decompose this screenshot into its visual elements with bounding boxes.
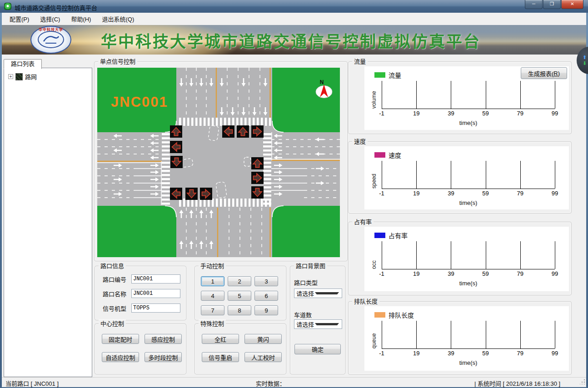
volume-ylabel: volume (371, 81, 377, 109)
axis-gridline (416, 81, 417, 109)
queue-axis: -11939597999 (382, 321, 555, 349)
junction-label: JNC001 (111, 94, 168, 110)
signal-left-icon (170, 188, 182, 200)
signal-down-icon (185, 188, 198, 200)
signal-down-icon (170, 156, 183, 168)
close-button[interactable]: ✕ (561, 0, 583, 9)
queue-chart-group: 排队长度 排队长度 queue -11939597999 time(s) (348, 301, 572, 375)
axis-gridline (555, 321, 555, 348)
signal-left-icon (170, 141, 182, 153)
status-current-junction: 当前路口 [ JNC001 ] (5, 379, 59, 388)
occupancy-xlabel: time(s) (382, 280, 555, 287)
axis-gridline (451, 161, 451, 189)
axis-gridline (520, 161, 521, 189)
axis-tick-label: -1 (379, 350, 384, 357)
axis-tick-label: 39 (448, 190, 454, 197)
manual-time-sync-button[interactable]: 人工校时 (244, 352, 282, 362)
axis-tick-label: 99 (552, 270, 558, 277)
tab-junction-list[interactable]: 路口列表 (4, 59, 42, 69)
controller-type-input[interactable] (131, 303, 180, 313)
queue-legend-swatch (374, 312, 385, 318)
occupancy-legend-swatch (374, 233, 385, 238)
junction-type-select[interactable]: 请选择 (294, 289, 342, 298)
network-map-icon (15, 73, 23, 80)
phase-button-1[interactable]: 1 (201, 276, 224, 286)
phase-button-6[interactable]: 6 (254, 291, 278, 301)
menu-select[interactable]: 选择(C) (35, 13, 65, 25)
axis-tick-label: 39 (448, 270, 454, 277)
yellow-flash-button[interactable]: 黄闪 (244, 334, 282, 344)
maximize-button[interactable]: ❐ (543, 0, 561, 9)
junction-info-group: 路口信息 路口编号 路口名称 信号机型 (95, 266, 186, 320)
axis-tick-label: 99 (552, 110, 558, 117)
queue-ylabel: queue (371, 321, 377, 348)
axis-tick-label: 99 (552, 190, 558, 197)
phase-button-5[interactable]: 5 (228, 291, 251, 301)
lane-count-select[interactable]: 请选择 (294, 319, 342, 329)
window-border-left (0, 13, 2, 388)
menu-exit[interactable]: 退出系统(Q) (97, 13, 139, 25)
speed-axis: -11939597999 (382, 161, 555, 189)
volume-xlabel: time(s) (382, 119, 555, 126)
status-bar: 当前路口 [ JNC001 ] 实时数据： | 系统时间 [ 2021/6/18… (2, 377, 586, 387)
phase-button-8[interactable]: 8 (228, 305, 251, 315)
speed-legend-label: 速度 (389, 150, 401, 159)
signal-restart-button[interactable]: 信号重启 (202, 352, 239, 362)
background-group-title: 路口背景图 (294, 262, 327, 270)
axis-gridline (486, 321, 486, 348)
tree-expander-icon[interactable]: + (8, 74, 13, 79)
fixed-timing-button[interactable]: 固定配时 (102, 334, 139, 344)
phase-button-3[interactable]: 3 (254, 276, 278, 286)
speed-chart-group: 速度 速度 speed -11939597999 time(s) (348, 141, 572, 214)
axis-tick-label: 19 (413, 190, 419, 197)
app-window: 城市道路交通信号控制仿真平台 ─ ❐ ✕ 配置(P) 选择(C) 帮助(H) 退… (0, 0, 588, 388)
actuated-control-button[interactable]: 感应控制 (145, 334, 182, 344)
window-title: 城市道路交通信号控制仿真平台 (15, 3, 97, 12)
minimize-button[interactable]: ─ (525, 0, 543, 9)
signal-left-icon (222, 125, 234, 138)
banner: 华中科技大学 华中科技大学城市道路交通信号控制虚拟仿真平台 (2, 25, 586, 55)
university-logo: 华中科技大学 (30, 26, 71, 54)
axis-gridline (382, 321, 382, 348)
menu-help[interactable]: 帮助(H) (66, 13, 96, 25)
volume-chart-group: 流量 流量 生成报表(R) volume -11939597999 time(s… (348, 61, 572, 134)
background-image-group: 路口背景图 路口类型 请选择 车道数 请选择 确定 (290, 266, 345, 374)
axis-gridline (416, 161, 417, 189)
phase-button-4[interactable]: 4 (201, 291, 224, 301)
phase-button-7[interactable]: 7 (201, 305, 224, 315)
resize-grip[interactable] (580, 379, 585, 384)
signal-group-title: 单点信号控制 (98, 58, 137, 65)
queue-legend-label: 排队长度 (389, 310, 414, 319)
axis-gridline (555, 161, 555, 189)
volume-legend-swatch (374, 72, 385, 78)
adaptive-control-button[interactable]: 自适应控制 (102, 352, 139, 362)
download-arrow-icon: ⬇ (583, 61, 588, 66)
multi-period-control-button[interactable]: 多时段控制 (145, 352, 182, 362)
queue-chart: 排队长度 queue -11939597999 time(s) (364, 306, 569, 371)
phase-button-9[interactable]: 9 (254, 305, 278, 315)
tree-label: 路网 (25, 72, 37, 81)
junction-name-input[interactable] (131, 289, 180, 298)
banner-title: 华中科技大学城市道路交通信号控制虚拟仿真平台 (101, 29, 481, 52)
confirm-button[interactable]: 确定 (294, 344, 341, 354)
axis-tick-label: 19 (413, 270, 419, 277)
speed-ylabel: speed (371, 161, 377, 189)
axis-gridline (486, 241, 486, 269)
phase-button-2[interactable]: 2 (228, 276, 251, 286)
tree-item-network[interactable]: + 路网 (8, 72, 92, 81)
junction-info-title: 路口信息 (99, 262, 126, 270)
all-red-button[interactable]: 全红 (202, 334, 239, 344)
axis-tick-label: 79 (517, 190, 523, 197)
axis-tick-label: 59 (482, 190, 488, 197)
axis-tick-label: 79 (517, 270, 523, 277)
junction-id-input[interactable] (131, 274, 180, 284)
special-control-group: 特殊控制 全红 黄闪 信号重启 人工校时 (194, 323, 286, 374)
junction-type-label: 路口类型 (294, 278, 318, 287)
axis-tick-label: 39 (448, 350, 454, 357)
axis-tick-label: -1 (379, 270, 384, 277)
compass-label: N (320, 79, 324, 85)
axis-tick-label: 59 (482, 110, 488, 117)
menu-config[interactable]: 配置(P) (5, 13, 34, 25)
generate-report-button[interactable]: 生成报表(R) (521, 67, 567, 79)
axis-tick-label: 59 (482, 270, 488, 277)
